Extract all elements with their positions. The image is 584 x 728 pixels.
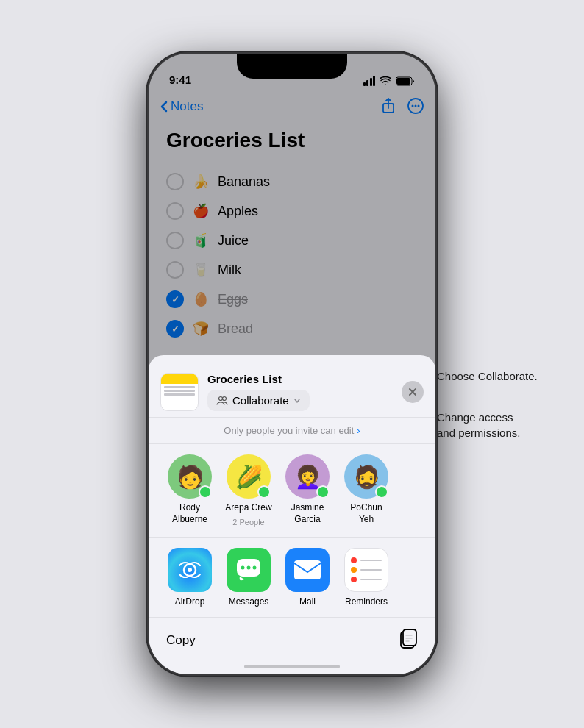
person-rody[interactable]: 🧑 Rody Albuerne (160, 454, 219, 527)
phone-frame: 9:41 (149, 54, 435, 674)
svg-point-8 (223, 396, 227, 400)
svg-point-7 (219, 396, 223, 400)
svg-point-13 (241, 566, 245, 570)
reminders-icon (344, 548, 388, 592)
svg-rect-1 (396, 78, 410, 85)
svg-rect-18 (403, 629, 416, 646)
status-time: 9:41 (169, 74, 191, 86)
svg-point-14 (247, 566, 251, 570)
collaborate-button[interactable]: Collaborate (207, 390, 310, 411)
signal-icon (363, 76, 376, 86)
person-arepa[interactable]: 🌽 Arepa Crew 2 People (219, 454, 278, 527)
svg-point-15 (253, 566, 257, 570)
app-name-airdrop: AirDrop (175, 596, 205, 607)
person-name-pochun: PoChun Yeh (350, 502, 382, 525)
svg-rect-9 (202, 489, 209, 494)
mail-symbol (293, 560, 321, 580)
close-share-button[interactable] (402, 381, 424, 403)
person-sub-arepa: 2 People (232, 518, 264, 527)
person-jasmine[interactable]: 👩‍🦱 Jasmine Garcia (278, 454, 337, 527)
person-name-arepa: Arepa Crew (225, 502, 271, 514)
collab-info: Groceries List Collaborate (207, 373, 393, 411)
collaborate-label: Collaborate (232, 394, 289, 407)
home-indicator (244, 665, 340, 668)
collaborate-row: Groceries List Collaborate (149, 364, 435, 418)
app-name-reminders: Reminders (345, 596, 388, 607)
airdrop-icon (168, 548, 212, 592)
wifi-icon (380, 76, 391, 85)
chevron-down-icon (293, 397, 301, 404)
callout-change-access: Change accessand permissions. (437, 410, 520, 440)
collab-note-title: Groceries List (207, 373, 393, 385)
permissions-arrow: › (357, 425, 360, 436)
svg-point-11 (188, 568, 192, 572)
battery-icon (396, 76, 415, 86)
message-icon (202, 489, 209, 496)
permissions-label: Only people you invite can edit (224, 425, 354, 436)
mail-icon (285, 548, 330, 592)
message-badge (199, 485, 212, 499)
messages-symbol (235, 557, 262, 582)
app-airdrop[interactable]: AirDrop (160, 548, 219, 607)
close-icon (408, 388, 417, 396)
messages-icon (227, 548, 271, 592)
app-name-mail: Mail (299, 596, 316, 607)
copy-icon-button[interactable] (397, 628, 418, 652)
copy-button[interactable]: Copy (166, 633, 196, 648)
message-badge-arepa (257, 485, 271, 499)
airdrop-symbol (177, 557, 203, 583)
svg-rect-16 (294, 560, 321, 579)
notch (237, 54, 347, 79)
note-thumbnail (160, 373, 199, 411)
status-icons (363, 76, 416, 86)
app-reminders[interactable]: Reminders (337, 548, 396, 607)
copy-files-icon (397, 628, 418, 650)
message-badge-jasmine (316, 485, 330, 499)
person-name-jasmine: Jasmine Garcia (291, 502, 324, 525)
message-badge-pochun (375, 485, 388, 499)
collaborate-icon (216, 395, 228, 407)
people-grid: 🧑 Rody Albuerne 🌽 (149, 444, 435, 538)
apps-grid: AirDrop Messages (149, 538, 435, 618)
person-pochun[interactable]: 🧔 PoChun Yeh (337, 454, 396, 527)
callout-choose-collaborate: Choose Collaborate. (437, 370, 538, 382)
app-name-messages: Messages (229, 596, 269, 607)
app-messages[interactable]: Messages (219, 548, 278, 607)
copy-label: Copy (166, 633, 196, 647)
bottom-row: Copy (149, 618, 435, 652)
person-name-rody: Rody Albuerne (172, 502, 207, 525)
app-mail[interactable]: Mail (278, 548, 337, 607)
share-sheet: Groceries List Collaborate (149, 355, 435, 674)
permissions-row[interactable]: Only people you invite can edit › (149, 419, 435, 444)
